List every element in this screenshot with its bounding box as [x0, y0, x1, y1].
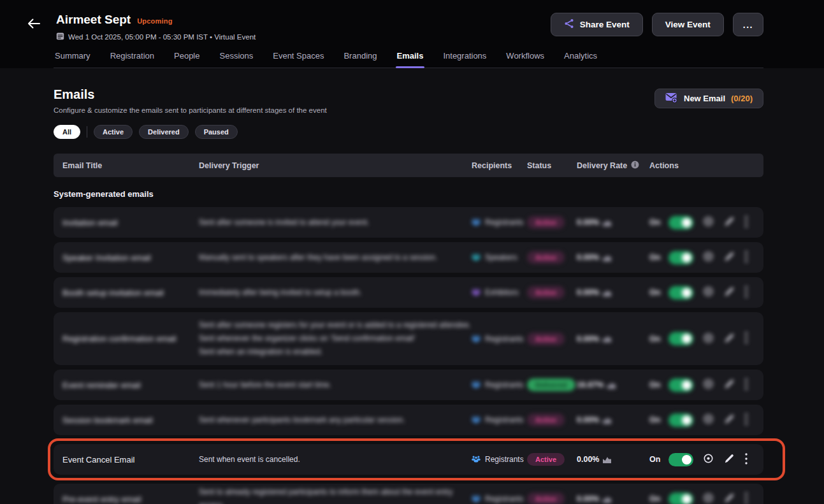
toggle-knob	[682, 253, 691, 263]
view-event-button[interactable]: View Event	[652, 13, 724, 36]
edit-button[interactable]	[723, 413, 735, 427]
toggle-label: On	[649, 253, 660, 262]
email-title: Event Cancel Email	[62, 455, 199, 464]
email-toggle[interactable]	[669, 251, 693, 264]
eye-icon	[703, 453, 714, 466]
row-menu-button[interactable]	[744, 377, 749, 393]
chart-icon	[607, 382, 616, 389]
preview-button[interactable]	[702, 331, 715, 347]
toggle-label: On	[649, 455, 660, 464]
crowd-icon	[472, 335, 481, 343]
crowd-icon	[472, 456, 481, 463]
pencil-icon	[725, 454, 734, 465]
more-options-button[interactable]: ...	[733, 13, 763, 36]
delivery-trigger: Sent 1 hour before the event start time.	[199, 378, 472, 392]
edit-button[interactable]	[723, 215, 735, 229]
status-cell: Active	[527, 414, 577, 426]
delivery-rate-cell: 0.00%	[577, 335, 649, 343]
tab-event-spaces[interactable]: Event Spaces	[271, 51, 325, 68]
pencil-icon	[725, 414, 734, 426]
tab-emails[interactable]: Emails	[396, 51, 425, 68]
row-menu-button[interactable]	[744, 331, 749, 347]
toggle-label: On	[649, 288, 660, 297]
crowd-icon	[472, 381, 481, 389]
tab-branding[interactable]: Branding	[342, 51, 378, 68]
edit-button[interactable]	[723, 332, 735, 346]
row-menu-button[interactable]	[744, 491, 749, 504]
page-subtitle: Configure & customize the emails sent to…	[54, 106, 327, 114]
tab-analytics[interactable]: Analytics	[563, 51, 598, 68]
email-title: Session bookmark email	[62, 415, 199, 425]
row-menu-button[interactable]	[744, 250, 749, 266]
tab-registration[interactable]: Registration	[109, 51, 155, 68]
email-toggle[interactable]	[669, 286, 693, 299]
filter-all[interactable]: All	[54, 125, 80, 139]
email-toggle[interactable]	[669, 414, 693, 427]
edit-button[interactable]	[723, 250, 735, 264]
tab-people[interactable]: People	[173, 51, 201, 68]
row-menu-button[interactable]	[744, 285, 749, 301]
column-delivery-trigger: Delivery Trigger	[199, 161, 472, 170]
eye-icon	[703, 378, 714, 391]
toggle-label: On	[649, 380, 660, 389]
new-email-button[interactable]: New Email (0/20)	[654, 89, 763, 108]
actions-cell: On	[649, 285, 755, 301]
row-menu-button[interactable]	[744, 412, 749, 428]
info-icon[interactable]	[631, 161, 639, 171]
recipients-label: Registrants	[485, 335, 524, 343]
tab-workflows[interactable]: Workflows	[505, 51, 546, 68]
row-menu-button[interactable]	[744, 452, 749, 468]
email-toggle[interactable]	[669, 216, 693, 229]
filter-active[interactable]: Active	[94, 125, 133, 139]
email-title: Pre-event entry email	[62, 494, 199, 504]
event-status-badge: Upcoming	[137, 17, 172, 25]
recipients-label: Registrants	[485, 494, 524, 503]
filter-delivered[interactable]: Delivered	[139, 125, 189, 139]
preview-button[interactable]	[702, 412, 715, 428]
event-datetime: Wed 1 Oct 2025, 05:00 PM - 05:30 PM IST	[68, 33, 208, 41]
email-toggle[interactable]	[669, 453, 693, 466]
status-badge: Active	[527, 286, 565, 299]
back-arrow-icon	[27, 22, 41, 32]
email-toggle[interactable]	[669, 378, 693, 392]
tab-sessions[interactable]: Sessions	[218, 51, 254, 68]
table-header: Email Title Delivery Trigger Recipients …	[54, 154, 763, 177]
preview-button[interactable]	[702, 491, 715, 504]
recipients-label: Exhibitors	[485, 288, 519, 297]
edit-button[interactable]	[723, 285, 735, 299]
toggle-knob	[682, 288, 691, 298]
status-badge: Active	[527, 493, 565, 504]
tab-summary[interactable]: Summary	[54, 51, 92, 68]
email-toggle[interactable]	[669, 332, 693, 345]
delivery-rate-cell: 0.00%	[577, 494, 649, 503]
recipients-cell: Registrants	[472, 218, 527, 227]
status-badge: Delivered	[527, 378, 575, 391]
recipients-cell: Registrants	[472, 415, 527, 424]
kebab-icon	[745, 453, 748, 466]
chart-icon	[603, 496, 611, 503]
new-email-count: (0/20)	[731, 94, 753, 103]
email-toggle[interactable]	[669, 493, 693, 504]
edit-button[interactable]	[723, 378, 735, 392]
preview-button[interactable]	[702, 285, 715, 300]
preview-button[interactable]	[702, 250, 715, 265]
delivery-rate-value: 0.00%	[577, 335, 599, 343]
preview-button[interactable]	[702, 377, 715, 392]
view-event-label: View Event	[665, 20, 711, 29]
preview-button[interactable]	[702, 452, 715, 467]
back-button[interactable]	[25, 16, 42, 33]
kebab-icon	[745, 286, 748, 299]
delivery-rate-cell: 0.00%	[577, 415, 649, 424]
preview-button[interactable]	[702, 215, 715, 230]
table-row: Event Cancel EmailSent when event is can…	[54, 444, 763, 475]
edit-button[interactable]	[723, 492, 735, 504]
recipients-label: Registrants	[485, 455, 524, 464]
status-cell: Active	[527, 453, 577, 466]
filter-paused[interactable]: Paused	[195, 125, 238, 139]
email-rows: Invitation emailSent after someone is in…	[54, 207, 763, 504]
row-menu-button[interactable]	[744, 215, 749, 231]
edit-button[interactable]	[723, 452, 735, 466]
tab-integrations[interactable]: Integrations	[442, 51, 488, 68]
crowd-icon	[472, 219, 481, 226]
share-event-button[interactable]: Share Event	[551, 13, 643, 36]
